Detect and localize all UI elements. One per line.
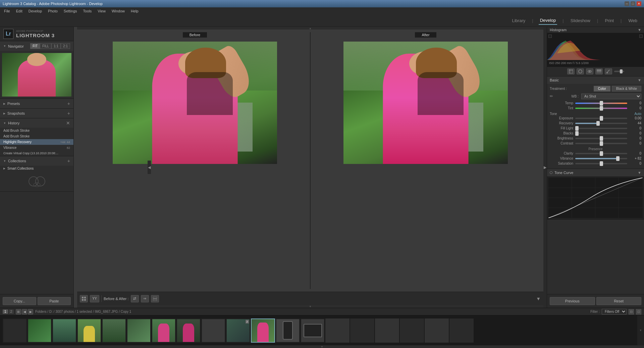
film-frame-18[interactable]	[425, 318, 449, 343]
filmstrip-grid-btn[interactable]: ⊞	[16, 309, 21, 314]
spot-removal-tool[interactable]	[577, 68, 584, 74]
brightness-thumb[interactable]	[600, 136, 603, 141]
nav-tab-develop[interactable]: Develop	[539, 16, 557, 25]
navigator-header[interactable]: ▼ Navigator FIT FILL 1:1 2:1	[0, 41, 73, 51]
film-frame-12[interactable]	[276, 318, 300, 343]
history-item-4[interactable]: Create Virtual Copy (13.10.2010 20:08:..…	[0, 151, 73, 156]
crop-tool[interactable]	[567, 68, 575, 74]
graduated-filter-tool[interactable]	[595, 68, 603, 74]
page-2[interactable]: 2	[9, 309, 14, 314]
saturation-slider[interactable]	[575, 163, 627, 164]
menu-window[interactable]: Window	[109, 8, 127, 14]
wb-select[interactable]: As Shot	[581, 94, 641, 99]
left-collapse-button[interactable]: ◀	[148, 161, 151, 174]
nav-tab-slideshow[interactable]: Slideshow	[569, 17, 592, 24]
menu-file[interactable]: File	[1, 8, 13, 14]
view-yy-btn[interactable]: YY	[90, 295, 99, 302]
basic-header[interactable]: Basic ▼	[547, 76, 644, 84]
wb-eyedropper[interactable]: ✏	[550, 94, 555, 99]
menu-develop[interactable]: Develop	[26, 8, 45, 14]
filmstrip-prev-btn[interactable]: ◀	[22, 309, 27, 314]
contrast-slider[interactable]	[575, 143, 627, 144]
snapshots-add-btn[interactable]: +	[67, 111, 70, 116]
blacks-thumb[interactable]	[575, 131, 579, 136]
presets-add-btn[interactable]: +	[67, 101, 70, 106]
history-clear-btn[interactable]: ✕	[66, 120, 70, 126]
nav-tab-print[interactable]: Print	[603, 17, 615, 24]
film-frame-5[interactable]	[102, 318, 126, 343]
menu-tools[interactable]: Tools	[80, 8, 95, 14]
treatment-color-btn[interactable]: Color	[594, 86, 610, 92]
tone-curve-canvas[interactable]	[548, 178, 643, 218]
basic-expand[interactable]: ▼	[638, 78, 641, 82]
film-frame-6[interactable]	[127, 318, 151, 343]
filter-select[interactable]: Filters Off	[602, 309, 627, 314]
hist-corner-left[interactable]	[548, 35, 552, 38]
zoom-1to1-btn[interactable]: 1:1	[51, 43, 61, 49]
history-item-2[interactable]: Highlight Recovery +4444	[0, 139, 73, 145]
exposure-thumb[interactable]	[600, 116, 603, 121]
copy-button[interactable]: Copy...	[3, 297, 36, 305]
filter-toggle[interactable]: ⊟	[629, 309, 634, 314]
menu-photo[interactable]: Photo	[45, 8, 60, 14]
film-frame-9[interactable]	[201, 318, 225, 343]
nav-tab-library[interactable]: Library	[511, 17, 527, 24]
recovery-slider[interactable]	[575, 123, 627, 124]
temp-thumb[interactable]	[600, 101, 603, 106]
smart-collections-item[interactable]: ▶ Smart Collections	[0, 166, 73, 171]
ba-copy-btn[interactable]: ⇒	[141, 295, 149, 302]
recovery-thumb[interactable]	[596, 121, 600, 126]
collections-add-btn[interactable]: +	[67, 158, 70, 164]
treatment-bw-btn[interactable]: Black & White	[612, 86, 641, 92]
film-frame-11[interactable]	[251, 318, 275, 343]
tool-slider[interactable]	[614, 71, 624, 72]
ba-swap-btn[interactable]: ⇄	[131, 295, 139, 302]
film-frame-16[interactable]	[375, 318, 399, 343]
film-frame-14[interactable]	[325, 318, 350, 343]
menu-settings[interactable]: Settings	[61, 8, 80, 14]
reset-button[interactable]: Reset	[596, 297, 642, 305]
saturation-thumb[interactable]	[600, 161, 603, 166]
zoom-fit-btn[interactable]: FIT	[30, 43, 40, 49]
film-frame-2[interactable]	[28, 318, 52, 343]
vibrance-slider[interactable]	[575, 158, 627, 159]
zoom-fill-btn[interactable]: FILL	[40, 43, 51, 49]
presets-header[interactable]: ▶ Presets +	[0, 99, 73, 108]
filter-options[interactable]: ⊡	[636, 309, 641, 314]
minimize-button[interactable]: ─	[625, 1, 629, 6]
filmstrip-scroll-btn[interactable]: ▼	[536, 296, 541, 301]
page-1[interactable]: 1	[3, 309, 8, 314]
film-frame-19[interactable]	[449, 318, 474, 343]
history-item-1[interactable]: Add Brush Stroke	[0, 133, 73, 139]
close-button[interactable]: ✕	[637, 1, 641, 6]
filmstrip-next-btn[interactable]: ▶	[28, 309, 33, 314]
film-frame-13[interactable]	[301, 318, 325, 343]
hist-corner-right[interactable]	[639, 35, 643, 38]
history-header[interactable]: ▼ History ✕	[0, 118, 73, 128]
tint-thumb[interactable]	[600, 106, 603, 111]
nav-tab-web[interactable]: Web	[627, 17, 639, 24]
film-frame-3[interactable]	[52, 318, 76, 343]
red-eye-tool[interactable]	[586, 68, 593, 74]
auto-btn[interactable]: Auto	[634, 112, 641, 116]
right-collapse-button[interactable]: ▶	[543, 27, 547, 308]
contrast-thumb[interactable]	[600, 141, 603, 146]
snapshots-header[interactable]: ▶ Snapshots +	[0, 109, 73, 118]
paste-button[interactable]: Paste	[38, 297, 71, 305]
top-expand-bar[interactable]: ▲	[77, 27, 543, 30]
view-grid-btn[interactable]	[80, 295, 88, 302]
film-frame-17[interactable]	[400, 318, 424, 343]
clarity-slider[interactable]	[575, 153, 627, 154]
tone-curve-expand[interactable]: ▼	[638, 171, 641, 175]
vibrance-thumb[interactable]	[616, 156, 620, 161]
temp-slider[interactable]	[575, 103, 627, 104]
film-frame-1[interactable]	[3, 318, 27, 343]
fill-light-slider[interactable]	[575, 128, 627, 129]
bottom-bar-expand[interactable]: ▼	[0, 345, 644, 348]
bottom-expand-bar[interactable]: ▼	[77, 305, 543, 308]
tone-curve-header[interactable]: Tone Curve ▼	[547, 169, 644, 176]
tint-slider[interactable]	[575, 108, 627, 109]
histogram-expand[interactable]: ▼	[638, 28, 641, 32]
filmstrip-scroll[interactable]: ▼	[637, 315, 644, 346]
adjustment-brush-tool[interactable]	[605, 68, 612, 74]
